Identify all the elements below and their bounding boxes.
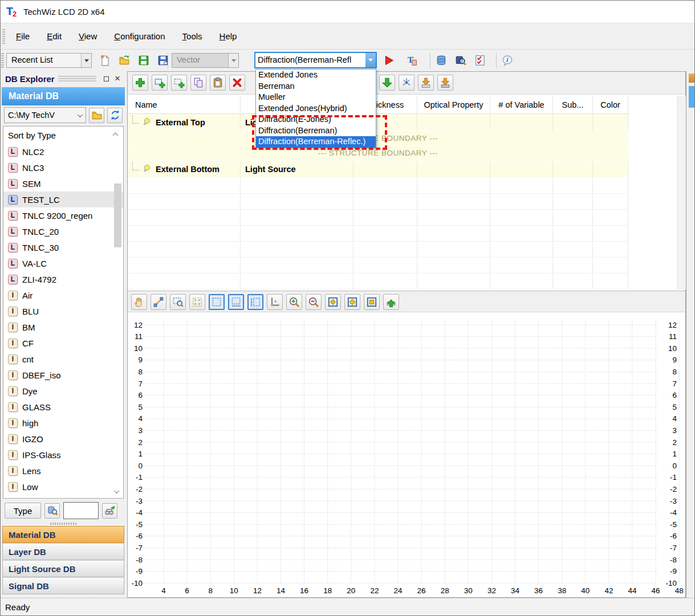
- simulation-method-dropdown-arrow[interactable]: [365, 53, 376, 67]
- panel-restore-button[interactable]: [101, 74, 111, 84]
- axis-origin-icon[interactable]: x: [267, 294, 283, 310]
- table-row[interactable]: External TopLight Source: [128, 114, 628, 131]
- material-db-icon[interactable]: [433, 52, 450, 69]
- simulation-method-combo[interactable]: Diffraction(Berreman-Refl: [254, 52, 377, 68]
- run-icon[interactable]: [380, 52, 397, 69]
- list-item-cnt[interactable]: Icnt: [3, 351, 123, 367]
- list-item-glass[interactable]: IGLASS: [3, 399, 123, 415]
- y-ruler-toggle-icon[interactable]: [247, 294, 263, 310]
- fit-circle-icon[interactable]: [344, 294, 360, 310]
- menu-file[interactable]: File: [9, 28, 37, 44]
- column-header-Color[interactable]: Color: [593, 96, 628, 113]
- list-item-high[interactable]: Ihigh: [3, 415, 123, 431]
- menu-tools[interactable]: Tools: [175, 28, 210, 44]
- list-item-va-lc[interactable]: LVA-LC: [3, 255, 123, 271]
- panel-close-button[interactable]: ×: [112, 74, 123, 84]
- copy-icon[interactable]: [190, 75, 206, 91]
- panel-grip-icon[interactable]: [58, 76, 96, 81]
- new-file-icon[interactable]: [96, 52, 113, 69]
- dropdown-option[interactable]: Extended Jones: [256, 70, 376, 81]
- column-header-# of Variable[interactable]: # of Variable: [490, 96, 553, 113]
- chart-plot-area[interactable]: -10-10-9-9-8-8-7-7-6-6-5-5-4-4-3-3-2-2-1…: [128, 312, 685, 597]
- save-icon[interactable]: [135, 52, 152, 69]
- menu-help[interactable]: Help: [212, 28, 245, 44]
- import-icon[interactable]: [437, 75, 453, 91]
- right-dock-strip[interactable]: [686, 71, 695, 598]
- list-item-lens[interactable]: ILens: [3, 463, 123, 479]
- frame-toggle-icon[interactable]: [209, 294, 225, 310]
- menu-edit[interactable]: Edit: [39, 28, 69, 44]
- find-go-icon[interactable]: [102, 503, 117, 519]
- list-item-sem[interactable]: LSEM: [3, 176, 123, 191]
- list-item-nlc3[interactable]: LNLC3: [3, 160, 123, 176]
- menu-view[interactable]: View: [71, 28, 104, 44]
- list-item-blu[interactable]: IBLU: [3, 303, 123, 319]
- open-folder-icon[interactable]: [116, 52, 133, 69]
- axes-3d-icon[interactable]: [399, 75, 414, 91]
- list-item-oca-black[interactable]: IOCA black: [3, 495, 123, 499]
- column-header-Optical Property[interactable]: Optical Property: [417, 96, 490, 113]
- export-icon[interactable]: [418, 75, 434, 91]
- move-down-icon[interactable]: [379, 75, 395, 91]
- empty-table-row[interactable]: [128, 274, 628, 289]
- check-list-icon[interactable]: [472, 52, 489, 69]
- refresh-icon[interactable]: [107, 108, 123, 123]
- type-filter-button[interactable]: Type: [5, 503, 41, 519]
- grid-points-icon[interactable]: [189, 294, 205, 310]
- measure-icon[interactable]: [151, 294, 166, 310]
- empty-table-row[interactable]: [128, 258, 628, 274]
- material-list-header[interactable]: Sort by Type: [3, 127, 123, 144]
- list-item-tnlc-30[interactable]: LTNLC_30: [3, 239, 123, 255]
- add-layer-icon[interactable]: [152, 75, 168, 91]
- list-item-bm[interactable]: IBM: [3, 319, 123, 335]
- db-path-combo[interactable]: C:\My TechV: [4, 107, 86, 123]
- dropdown-option[interactable]: Diffraction(Berreman-Reflec.): [256, 136, 376, 148]
- list-item-ips-glass[interactable]: IIPS-Glass: [3, 447, 123, 463]
- zoom-in-icon[interactable]: [286, 294, 302, 310]
- db-search-icon[interactable]: [452, 52, 469, 69]
- search-input[interactable]: [63, 502, 99, 519]
- tab-light-source-db[interactable]: Light Source DB: [2, 560, 124, 577]
- tab-material-db[interactable]: Material DB: [2, 526, 124, 543]
- column-header-Sub...[interactable]: Sub...: [553, 96, 593, 113]
- dropdown-option[interactable]: Diffraction(E-Jones): [256, 114, 376, 125]
- list-item-dye[interactable]: IDye: [3, 383, 123, 399]
- info-icon[interactable]: i: [499, 52, 516, 69]
- list-item-tnlc-9200-regen[interactable]: LTNLC 9200_regen: [3, 207, 123, 223]
- empty-table-row[interactable]: [128, 194, 628, 210]
- dropdown-option[interactable]: Berreman: [256, 81, 376, 92]
- empty-table-row[interactable]: [128, 242, 628, 258]
- list-item-cf[interactable]: ICF: [3, 335, 123, 351]
- tab-layer-db[interactable]: Layer DB: [2, 543, 124, 560]
- list-item-dbef-iso[interactable]: IDBEF_iso: [3, 367, 123, 383]
- toolbar-grip-icon[interactable]: [1, 53, 4, 68]
- open-db-folder-icon[interactable]: [89, 108, 104, 123]
- empty-table-row[interactable]: [128, 226, 628, 242]
- list-item-low[interactable]: ILow: [3, 479, 123, 495]
- recent-list-dropdown-arrow[interactable]: [81, 54, 91, 67]
- tab-signal-db[interactable]: Signal DB: [2, 577, 124, 594]
- save-as-icon[interactable]: [155, 52, 172, 69]
- vector-combo-arrow[interactable]: [228, 54, 238, 67]
- zoom-region-icon[interactable]: [170, 294, 186, 310]
- chart-svg[interactable]: -10-10-9-9-8-8-7-7-6-6-5-5-4-4-3-3-2-2-1…: [128, 312, 685, 597]
- export-template-icon[interactable]: T: [403, 52, 420, 69]
- vector-combo[interactable]: Vector: [172, 53, 239, 68]
- list-scrollbar-thumb[interactable]: [114, 183, 121, 247]
- db-find-icon[interactable]: [44, 503, 60, 519]
- export-chart-icon[interactable]: [383, 294, 399, 310]
- structure-scroll-area[interactable]: [677, 96, 686, 289]
- list-item-test-lc[interactable]: LTEST_LC: [3, 191, 123, 207]
- delete-icon[interactable]: [229, 75, 245, 91]
- list-item-zli-4792[interactable]: LZLI-4792: [3, 271, 123, 287]
- list-item-igzo[interactable]: IIGZO: [3, 431, 123, 447]
- list-item-tnlc-20[interactable]: LTNLC_20: [3, 223, 123, 239]
- menu-configuration[interactable]: Configuration: [107, 28, 172, 44]
- table-row[interactable]: External BottomLight Source: [128, 161, 628, 178]
- add-icon[interactable]: [132, 75, 148, 91]
- dropdown-option[interactable]: Diffraction(Berreman): [256, 125, 376, 137]
- paste-icon[interactable]: [210, 75, 226, 91]
- list-item-air[interactable]: IAir: [3, 287, 123, 303]
- dropdown-option[interactable]: Mueller: [256, 92, 376, 103]
- recent-list-combo[interactable]: Recent List: [6, 53, 92, 68]
